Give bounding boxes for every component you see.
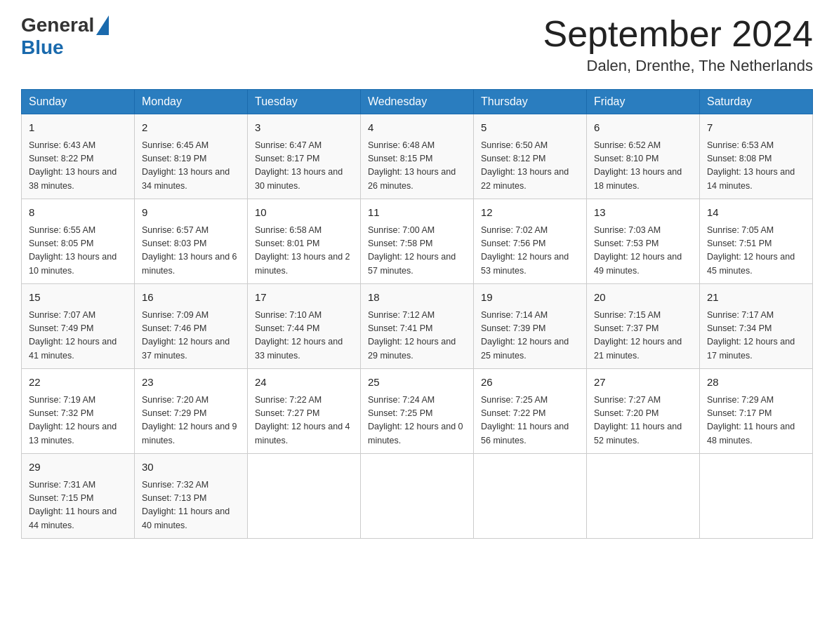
day-info: Sunrise: 6:57 AMSunset: 8:03 PMDaylight:… — [142, 224, 240, 279]
day-info: Sunrise: 6:43 AMSunset: 8:22 PMDaylight:… — [29, 139, 127, 194]
table-row: 24Sunrise: 7:22 AMSunset: 7:27 PMDayligh… — [248, 369, 361, 454]
page-header: General Blue September 2024 Dalen, Drent… — [21, 14, 813, 75]
day-info: Sunrise: 7:07 AMSunset: 7:49 PMDaylight:… — [29, 309, 127, 363]
day-info: Sunrise: 7:12 AMSunset: 7:41 PMDaylight:… — [368, 309, 466, 363]
col-tuesday: Tuesday — [248, 90, 361, 114]
day-number: 24 — [255, 375, 353, 391]
col-saturday: Saturday — [700, 90, 813, 114]
day-number: 9 — [142, 205, 240, 221]
table-row: 30Sunrise: 7:32 AMSunset: 7:13 PMDayligh… — [135, 454, 248, 539]
day-number: 28 — [707, 375, 805, 391]
day-info: Sunrise: 7:00 AMSunset: 7:58 PMDaylight:… — [368, 224, 466, 279]
day-number: 27 — [594, 375, 692, 391]
day-number: 26 — [481, 375, 579, 391]
table-row: 14Sunrise: 7:05 AMSunset: 7:51 PMDayligh… — [700, 199, 813, 284]
table-row: 4Sunrise: 6:48 AMSunset: 8:15 PMDaylight… — [361, 114, 474, 199]
day-info: Sunrise: 7:02 AMSunset: 7:56 PMDaylight:… — [481, 224, 579, 279]
day-number: 1 — [29, 120, 127, 136]
table-row: 28Sunrise: 7:29 AMSunset: 7:17 PMDayligh… — [700, 369, 813, 454]
day-info: Sunrise: 6:53 AMSunset: 8:08 PMDaylight:… — [707, 139, 805, 194]
logo-general-text: General — [21, 14, 94, 36]
day-info: Sunrise: 7:32 AMSunset: 7:13 PMDaylight:… — [142, 478, 240, 533]
day-number: 18 — [368, 290, 466, 306]
day-info: Sunrise: 7:24 AMSunset: 7:25 PMDaylight:… — [368, 394, 466, 448]
location-text: Dalen, Drenthe, The Netherlands — [543, 57, 814, 75]
day-number: 25 — [368, 375, 466, 391]
day-info: Sunrise: 6:52 AMSunset: 8:10 PMDaylight:… — [594, 139, 692, 194]
col-wednesday: Wednesday — [361, 90, 474, 114]
day-number: 12 — [481, 205, 579, 221]
day-number: 14 — [707, 205, 805, 221]
col-thursday: Thursday — [474, 90, 587, 114]
day-info: Sunrise: 7:29 AMSunset: 7:17 PMDaylight:… — [707, 394, 805, 448]
day-info: Sunrise: 7:15 AMSunset: 7:37 PMDaylight:… — [594, 309, 692, 363]
calendar-table: Sunday Monday Tuesday Wednesday Thursday… — [21, 89, 813, 539]
table-row: 11Sunrise: 7:00 AMSunset: 7:58 PMDayligh… — [361, 199, 474, 284]
table-row: 25Sunrise: 7:24 AMSunset: 7:25 PMDayligh… — [361, 369, 474, 454]
calendar-week-row: 29Sunrise: 7:31 AMSunset: 7:15 PMDayligh… — [22, 454, 813, 539]
table-row: 15Sunrise: 7:07 AMSunset: 7:49 PMDayligh… — [22, 284, 135, 369]
day-info: Sunrise: 7:20 AMSunset: 7:29 PMDaylight:… — [142, 394, 240, 448]
table-row — [361, 454, 474, 539]
day-number: 15 — [29, 290, 127, 306]
day-number: 2 — [142, 120, 240, 136]
table-row: 29Sunrise: 7:31 AMSunset: 7:15 PMDayligh… — [22, 454, 135, 539]
day-number: 20 — [594, 290, 692, 306]
table-row: 7Sunrise: 6:53 AMSunset: 8:08 PMDaylight… — [700, 114, 813, 199]
day-number: 3 — [255, 120, 353, 136]
day-info: Sunrise: 7:10 AMSunset: 7:44 PMDaylight:… — [255, 309, 353, 363]
table-row: 21Sunrise: 7:17 AMSunset: 7:34 PMDayligh… — [700, 284, 813, 369]
table-row: 5Sunrise: 6:50 AMSunset: 8:12 PMDaylight… — [474, 114, 587, 199]
table-row — [474, 454, 587, 539]
table-row — [700, 454, 813, 539]
table-row — [587, 454, 700, 539]
day-number: 5 — [481, 120, 579, 136]
day-info: Sunrise: 7:14 AMSunset: 7:39 PMDaylight:… — [481, 309, 579, 363]
day-number: 22 — [29, 375, 127, 391]
table-row: 8Sunrise: 6:55 AMSunset: 8:05 PMDaylight… — [22, 199, 135, 284]
day-info: Sunrise: 7:27 AMSunset: 7:20 PMDaylight:… — [594, 394, 692, 448]
day-info: Sunrise: 7:17 AMSunset: 7:34 PMDaylight:… — [707, 309, 805, 363]
day-number: 30 — [142, 459, 240, 476]
day-info: Sunrise: 7:31 AMSunset: 7:15 PMDaylight:… — [29, 478, 127, 533]
col-monday: Monday — [135, 90, 248, 114]
day-info: Sunrise: 6:47 AMSunset: 8:17 PMDaylight:… — [255, 139, 353, 194]
day-number: 19 — [481, 290, 579, 306]
table-row: 12Sunrise: 7:02 AMSunset: 7:56 PMDayligh… — [474, 199, 587, 284]
table-row: 16Sunrise: 7:09 AMSunset: 7:46 PMDayligh… — [135, 284, 248, 369]
logo: General Blue — [21, 14, 109, 59]
calendar-week-row: 15Sunrise: 7:07 AMSunset: 7:49 PMDayligh… — [22, 284, 813, 369]
table-row: 13Sunrise: 7:03 AMSunset: 7:53 PMDayligh… — [587, 199, 700, 284]
logo-triangle-icon — [96, 15, 109, 35]
table-row: 9Sunrise: 6:57 AMSunset: 8:03 PMDaylight… — [135, 199, 248, 284]
day-info: Sunrise: 7:25 AMSunset: 7:22 PMDaylight:… — [481, 394, 579, 448]
day-info: Sunrise: 6:58 AMSunset: 8:01 PMDaylight:… — [255, 224, 353, 279]
day-number: 6 — [594, 120, 692, 136]
calendar-week-row: 22Sunrise: 7:19 AMSunset: 7:32 PMDayligh… — [22, 369, 813, 454]
calendar-week-row: 1Sunrise: 6:43 AMSunset: 8:22 PMDaylight… — [22, 114, 813, 199]
day-number: 13 — [594, 205, 692, 221]
table-row: 20Sunrise: 7:15 AMSunset: 7:37 PMDayligh… — [587, 284, 700, 369]
table-row: 18Sunrise: 7:12 AMSunset: 7:41 PMDayligh… — [361, 284, 474, 369]
day-info: Sunrise: 6:50 AMSunset: 8:12 PMDaylight:… — [481, 139, 579, 194]
day-number: 10 — [255, 205, 353, 221]
table-row: 2Sunrise: 6:45 AMSunset: 8:19 PMDaylight… — [135, 114, 248, 199]
day-number: 21 — [707, 290, 805, 306]
month-year-title: September 2024 — [543, 14, 814, 54]
day-number: 16 — [142, 290, 240, 306]
table-row: 27Sunrise: 7:27 AMSunset: 7:20 PMDayligh… — [587, 369, 700, 454]
day-info: Sunrise: 7:03 AMSunset: 7:53 PMDaylight:… — [594, 224, 692, 279]
calendar-week-row: 8Sunrise: 6:55 AMSunset: 8:05 PMDaylight… — [22, 199, 813, 284]
table-row: 19Sunrise: 7:14 AMSunset: 7:39 PMDayligh… — [474, 284, 587, 369]
table-row: 6Sunrise: 6:52 AMSunset: 8:10 PMDaylight… — [587, 114, 700, 199]
day-info: Sunrise: 7:09 AMSunset: 7:46 PMDaylight:… — [142, 309, 240, 363]
day-number: 11 — [368, 205, 466, 221]
day-number: 8 — [29, 205, 127, 221]
calendar-header-row: Sunday Monday Tuesday Wednesday Thursday… — [22, 90, 813, 114]
table-row: 3Sunrise: 6:47 AMSunset: 8:17 PMDaylight… — [248, 114, 361, 199]
day-number: 17 — [255, 290, 353, 306]
table-row: 10Sunrise: 6:58 AMSunset: 8:01 PMDayligh… — [248, 199, 361, 284]
day-number: 23 — [142, 375, 240, 391]
col-sunday: Sunday — [22, 90, 135, 114]
table-row: 1Sunrise: 6:43 AMSunset: 8:22 PMDaylight… — [22, 114, 135, 199]
